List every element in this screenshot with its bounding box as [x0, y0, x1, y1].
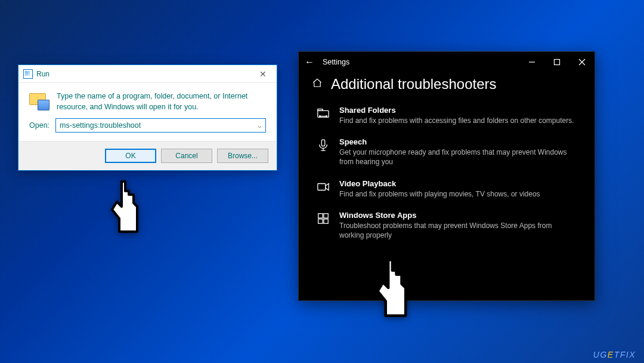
settings-window: ← Settings Additional troubleshooters Sh… [298, 51, 595, 301]
settings-titlebar[interactable]: ← Settings [299, 52, 595, 72]
svg-rect-5 [318, 109, 323, 111]
ts-desc: Troubleshoot problems that may prevent W… [339, 221, 578, 240]
ok-button[interactable]: OK [105, 149, 156, 163]
close-icon[interactable]: ✕ [249, 65, 277, 83]
troubleshooter-shared-folders[interactable]: Shared Folders Find and fix problems wit… [312, 101, 581, 130]
shared-folders-icon [315, 106, 331, 125]
page-title-row: Additional troubleshooters [312, 76, 581, 93]
run-open-row: Open: ⌵ [18, 116, 277, 141]
page-title: Additional troubleshooters [331, 76, 497, 93]
svg-rect-15 [318, 219, 323, 223]
store-apps-icon [315, 211, 331, 240]
svg-rect-12 [318, 183, 326, 190]
settings-window-title: Settings [323, 58, 349, 66]
cursor-pointer-icon [105, 177, 147, 239]
troubleshooter-windows-store-apps[interactable]: Windows Store Apps Troubleshoot problems… [312, 206, 581, 245]
browse-button[interactable]: Browse... [217, 149, 268, 163]
ts-title: Shared Folders [339, 106, 574, 115]
svg-rect-14 [324, 214, 328, 218]
ts-desc: Find and fix problems with playing movie… [339, 189, 540, 199]
run-button-row: OK Cancel Browse... [18, 141, 277, 170]
run-app-icon [23, 69, 33, 79]
run-window-title: Run [36, 70, 49, 78]
video-icon [315, 179, 331, 199]
settings-content: Additional troubleshooters Shared Folder… [299, 76, 595, 245]
ts-desc: Find and fix problems with accessing fil… [339, 116, 574, 125]
run-dialog: Run ✕ Type the name of a program, folder… [18, 64, 277, 171]
svg-rect-13 [318, 214, 323, 218]
ts-desc: Get your microphone ready and fix proble… [339, 147, 578, 167]
run-titlebar[interactable]: Run ✕ [18, 65, 277, 83]
watermark: UGETFIX [593, 350, 636, 359]
chevron-down-icon[interactable]: ⌵ [253, 122, 265, 130]
run-body: Type the name of a program, folder, docu… [18, 83, 277, 116]
ts-title: Speech [339, 137, 578, 146]
ts-title: Video Playback [339, 179, 540, 188]
open-input-wrap[interactable]: ⌵ [55, 118, 266, 133]
troubleshooter-video-playback[interactable]: Video Playback Find and fix problems wit… [312, 174, 581, 204]
svg-rect-16 [324, 219, 328, 223]
svg-rect-1 [555, 60, 560, 65]
home-icon[interactable] [312, 78, 323, 91]
microphone-icon [315, 137, 331, 167]
close-icon[interactable] [569, 52, 595, 72]
cancel-button[interactable]: Cancel [161, 149, 212, 163]
ts-title: Windows Store Apps [339, 211, 578, 220]
open-label: Open: [29, 121, 49, 130]
minimize-icon[interactable] [519, 52, 544, 72]
maximize-icon[interactable] [544, 52, 569, 72]
open-input[interactable] [56, 119, 253, 132]
back-arrow-icon[interactable]: ← [305, 57, 319, 67]
run-description: Type the name of a program, folder, docu… [57, 91, 266, 112]
troubleshooter-speech[interactable]: Speech Get your microphone ready and fix… [312, 133, 581, 171]
run-program-icon [29, 91, 49, 112]
svg-rect-9 [321, 140, 325, 146]
